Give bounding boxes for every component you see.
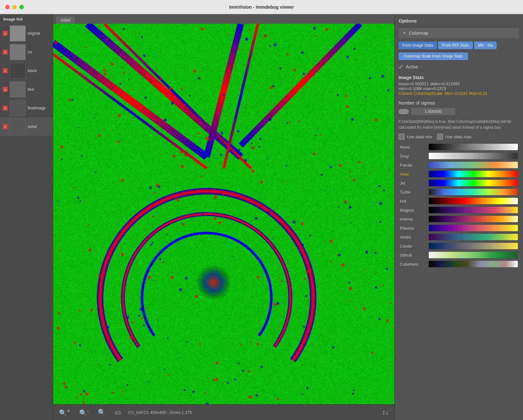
image-toolbar: 🔍+ 🔍- 🔍 ▭ CV_64FC1 400x400 - Zoom:1.275 … bbox=[53, 404, 394, 420]
colormap-swatch-parula bbox=[429, 162, 518, 168]
colormap-heat[interactable]: Heat bbox=[399, 170, 519, 178]
label-floatImage: floatImage bbox=[28, 106, 50, 110]
colormap-plasma[interactable]: Plasma bbox=[399, 224, 519, 232]
colormap-list: NoneGrayParulaHeatJetTurboHotMagmaInfern… bbox=[399, 143, 519, 268]
colormap-name-cubehelix: Cubehelix bbox=[400, 262, 426, 267]
active-checkmark: ✓ bbox=[399, 63, 403, 70]
content-area: sobel 🔍+ 🔍- 🔍 ▭ CV_64FC1 400x400 - Zoom:… bbox=[53, 14, 394, 420]
use-stats-min-checkbox[interactable] bbox=[399, 133, 405, 140]
label-original: original bbox=[28, 31, 50, 36]
from-image-stats-button[interactable]: From Image Stats bbox=[399, 41, 437, 49]
scale-from-button[interactable]: Colormap Scale From Image Stats bbox=[399, 52, 468, 60]
colormap-btn-group: From Image Stats From ROI Stats Min - Ma bbox=[399, 41, 519, 49]
colormap-name-cividis: Cividis bbox=[400, 244, 426, 249]
colormap-name-viridis: Viridis bbox=[400, 235, 426, 240]
zoom-reset-button[interactable]: 🔍 bbox=[96, 408, 108, 417]
thumb-roi bbox=[10, 44, 26, 60]
colormap-swatch-gray bbox=[429, 153, 518, 159]
colormap-swatch-turbo bbox=[429, 189, 518, 195]
sidebar-item-original[interactable]: xoriginal bbox=[0, 24, 53, 43]
use-stats-max-row[interactable]: Use stats max bbox=[437, 133, 472, 140]
sidebar-item-blur[interactable]: xblur bbox=[0, 80, 53, 99]
colormap-swatch-cubehelix bbox=[429, 261, 518, 267]
sidebar-item-sobel[interactable]: xsobel bbox=[0, 117, 53, 136]
thumb-black bbox=[10, 63, 26, 79]
colormap-swatch-plasma bbox=[429, 225, 518, 231]
colormap-viridis[interactable]: Viridis bbox=[399, 233, 519, 241]
colormap-section-header[interactable]: ▼ Colormap bbox=[399, 28, 519, 38]
stats-section: Image Stats mean=0.000011 stdev=0.012082… bbox=[399, 74, 519, 97]
colormap-name-hot: Hot bbox=[400, 199, 426, 204]
zoom-in-button[interactable]: 🔍+ bbox=[57, 407, 72, 417]
use-stats-min-row[interactable]: Use stats min bbox=[399, 133, 432, 140]
colormap-swatch-none bbox=[429, 144, 518, 150]
stats-min-max: min=-0.1098 max=0.1373 bbox=[399, 86, 519, 91]
colormap-name-none: None bbox=[400, 145, 426, 150]
colormap-gray[interactable]: Gray bbox=[399, 152, 519, 160]
colormap-inferno[interactable]: Inferno bbox=[399, 215, 519, 223]
settings-button[interactable]: ↕↓ bbox=[380, 408, 390, 417]
sidebar-item-black[interactable]: xblack bbox=[0, 61, 53, 80]
colormap-hot[interactable]: Hot bbox=[399, 197, 519, 205]
sigmas-input[interactable] bbox=[411, 107, 456, 115]
use-stats-min-label: Use stats min bbox=[407, 134, 432, 139]
active-label: Active bbox=[406, 64, 418, 69]
fullscreen-button[interactable]: ▭ bbox=[113, 408, 123, 417]
colormap-swatch-github bbox=[429, 252, 518, 258]
active-row: ✓ Active bbox=[399, 63, 519, 70]
remove-blur-button[interactable]: x bbox=[3, 87, 8, 92]
remove-sobel-button[interactable]: x bbox=[3, 124, 8, 129]
min-max-button[interactable]: Min - Ma bbox=[474, 41, 497, 49]
sobel-image bbox=[53, 24, 394, 404]
colormap-jet[interactable]: Jet bbox=[399, 179, 519, 187]
thumb-floatImage bbox=[10, 100, 26, 116]
colormap-swatch-magma bbox=[429, 207, 518, 213]
remove-floatImage-button[interactable]: x bbox=[3, 105, 8, 111]
colormap-swatch-heat bbox=[429, 171, 518, 177]
colormap-name-github: Github bbox=[400, 253, 426, 258]
remove-original-button[interactable]: x bbox=[3, 31, 8, 36]
thumb-blur bbox=[10, 81, 26, 97]
image-list: xoriginalxroixblackxblurxfloatImagexsobe… bbox=[0, 24, 53, 136]
colormap-magma[interactable]: Magma bbox=[399, 206, 519, 214]
thumb-original bbox=[10, 25, 26, 41]
colormap-none[interactable]: None bbox=[399, 143, 519, 151]
sigmas-section: Number of sigmas bbox=[399, 100, 519, 115]
from-roi-stats-button[interactable]: From ROI Stats bbox=[438, 41, 473, 49]
sidebar-item-floatImage[interactable]: xfloatImage bbox=[0, 99, 53, 117]
options-title: Options bbox=[399, 18, 519, 25]
close-button[interactable] bbox=[5, 5, 10, 9]
info-text: If UseStats[Min|Max] is true, then Color… bbox=[399, 119, 519, 130]
collapse-icon: ▼ bbox=[402, 31, 406, 35]
colormap-github[interactable]: Github bbox=[399, 251, 519, 259]
window-controls[interactable] bbox=[5, 5, 24, 9]
window-title: ImmVision - immdebug viewer bbox=[229, 5, 294, 10]
options-panel: Options ▼ Colormap From Image Stats From… bbox=[394, 14, 523, 420]
status-text: CV_64FC1 400x400 - Zoom:1.275 bbox=[128, 410, 375, 415]
stats-mean-stdev: mean=0.000011 stdev=0.012082 bbox=[399, 81, 519, 86]
label-black: black bbox=[28, 68, 50, 73]
use-stats-max-checkbox[interactable] bbox=[437, 133, 443, 140]
colormap-name-jet: Jet bbox=[400, 181, 426, 186]
colormap-swatch-jet bbox=[429, 180, 518, 186]
maximize-button[interactable] bbox=[19, 5, 24, 9]
colormap-cividis[interactable]: Cividis bbox=[399, 242, 519, 250]
sigmas-input-row bbox=[399, 107, 519, 115]
sidebar-item-roi[interactable]: xroi bbox=[0, 43, 53, 61]
sigmas-toggle[interactable] bbox=[399, 109, 409, 114]
colormap-cubehelix[interactable]: Cubehelix bbox=[399, 260, 519, 268]
zoom-out-button[interactable]: 🔍- bbox=[77, 407, 91, 417]
stats-title: Image Stats bbox=[399, 75, 519, 80]
remove-roi-button[interactable]: x bbox=[3, 50, 8, 55]
colormap-name-turbo: Turbo bbox=[400, 190, 426, 195]
colormap-turbo[interactable]: Turbo bbox=[399, 188, 519, 196]
remove-black-button[interactable]: x bbox=[3, 68, 8, 73]
tab-sobel[interactable]: sobel bbox=[56, 16, 75, 24]
colormap-swatch-cividis bbox=[429, 243, 518, 249]
main-layout: Image list xoriginalxroixblackxblurxfloa… bbox=[0, 14, 523, 420]
colormap-swatch-viridis bbox=[429, 234, 518, 240]
colormap-parula[interactable]: Parula bbox=[399, 161, 519, 169]
colormap-section-label: Colormap bbox=[409, 31, 428, 36]
image-canvas[interactable] bbox=[53, 24, 394, 404]
minimize-button[interactable] bbox=[12, 5, 17, 9]
